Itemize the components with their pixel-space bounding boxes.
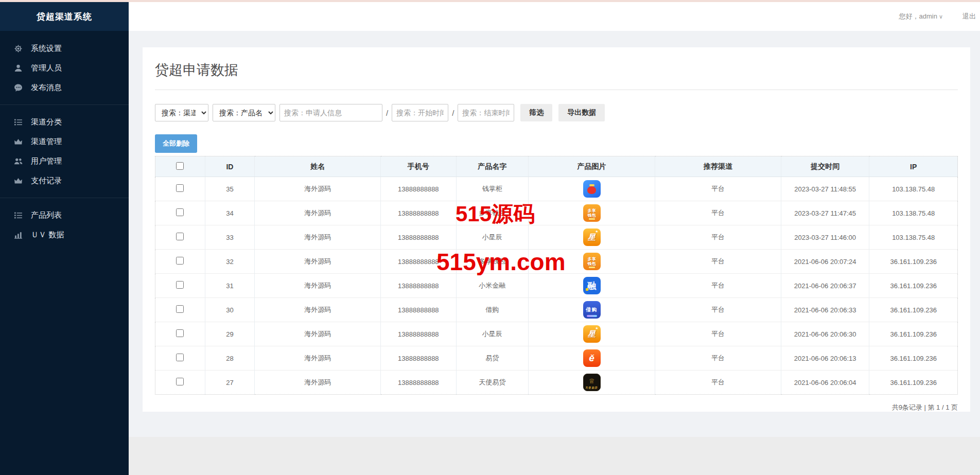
cell-product-image: ♕天使易贷 xyxy=(528,371,655,395)
table-row: 30 海外源码 13888888888 借购 借购 平台 2021-06-06 … xyxy=(155,298,958,322)
logout-link[interactable]: 退出 xyxy=(962,12,976,21)
cell-submit-time: 2021-06-06 20:06:13 xyxy=(781,346,869,371)
delete-all-button[interactable]: 全部删除 xyxy=(155,134,197,153)
row-checkbox[interactable] xyxy=(176,281,184,289)
cell-phone: 13888888888 xyxy=(381,346,457,371)
product-icon: ě xyxy=(583,349,601,367)
cell-product-name: 小星辰 xyxy=(456,322,528,346)
cell-id: 29 xyxy=(205,322,255,346)
slash-separator: / xyxy=(386,109,388,117)
row-checkbox[interactable] xyxy=(176,329,184,337)
cell-ip: 36.161.109.236 xyxy=(869,274,958,298)
cell-name: 海外源码 xyxy=(255,322,381,346)
product-icon: 融 xyxy=(583,277,601,294)
sidebar-item-payment-records[interactable]: 支付记录 xyxy=(0,171,129,190)
brand-title: 贷超渠道系统 xyxy=(0,2,129,31)
chevron-down-icon: ∨ xyxy=(939,13,943,20)
applicant-search-input[interactable] xyxy=(279,104,382,121)
cell-product-image: 多享钱包 xyxy=(528,250,655,274)
cell-id: 30 xyxy=(205,298,255,322)
sidebar-item-admins[interactable]: 管理人员 xyxy=(0,58,129,78)
cell-phone: 13888888888 xyxy=(381,371,457,395)
sidebar-item-label: 渠道管理 xyxy=(31,137,62,147)
sidebar-item-label: 支付记录 xyxy=(31,176,62,186)
table-row: 32 海外源码 13888888888 多享钱包 多享钱包 平台 2021-06… xyxy=(155,250,958,274)
table-row: 33 海外源码 13888888888 小星辰 星 平台 2023-03-27 … xyxy=(155,225,958,250)
cell-product-name: 小米金融 xyxy=(456,274,528,298)
table-row: 27 海外源码 13888888888 天使易贷 ♕天使易贷 平台 2021-0… xyxy=(155,371,958,395)
channel-filter-select[interactable]: 搜索：渠道商 xyxy=(155,104,208,121)
cell-product-name: 小星辰 xyxy=(456,225,528,250)
cell-name: 海外源码 xyxy=(255,346,381,371)
filter-button[interactable]: 筛选 xyxy=(520,104,552,121)
row-checkbox[interactable] xyxy=(176,305,184,313)
row-checkbox[interactable] xyxy=(176,184,184,192)
product-icon: 星 xyxy=(583,228,601,246)
cell-checkbox xyxy=(155,250,205,274)
sidebar-divider xyxy=(0,198,129,198)
greeting-text: 您好，admin xyxy=(899,12,937,20)
cell-checkbox xyxy=(155,274,205,298)
cell-phone: 13888888888 xyxy=(381,250,457,274)
header-product-name: 产品名字 xyxy=(456,156,528,177)
export-data-button[interactable]: 导出数据 xyxy=(558,104,605,121)
header-checkbox-cell xyxy=(155,156,205,177)
select-all-checkbox[interactable] xyxy=(176,162,184,170)
table-row: 34 海外源码 13888888888 多享钱包 多享钱包 平台 2023-03… xyxy=(155,201,958,225)
header-id: ID xyxy=(205,156,255,177)
start-time-input[interactable] xyxy=(392,104,448,121)
cell-phone: 13888888888 xyxy=(381,322,457,346)
comment-icon xyxy=(14,83,23,92)
row-checkbox[interactable] xyxy=(176,354,184,361)
header-name: 姓名 xyxy=(255,156,381,177)
product-icon: 借购 xyxy=(583,301,601,319)
sidebar-item-user-management[interactable]: 用户管理 xyxy=(0,151,129,171)
sidebar-item-channel-management[interactable]: 渠道管理 xyxy=(0,132,129,151)
row-checkbox[interactable] xyxy=(176,378,184,385)
sidebar-item-uv-data[interactable]: ＵＶ 数据 xyxy=(0,225,129,244)
sidebar-menu: 系统设置 管理人员 发布消息 渠道分类 xyxy=(0,31,129,244)
row-checkbox[interactable] xyxy=(176,233,184,240)
cell-id: 35 xyxy=(205,177,255,201)
cell-product-name: 易贷 xyxy=(456,346,528,371)
sidebar-item-channel-category[interactable]: 渠道分类 xyxy=(0,112,129,132)
cell-referral-channel: 平台 xyxy=(655,346,781,371)
cell-submit-time: 2021-06-06 20:06:30 xyxy=(781,322,869,346)
user-icon xyxy=(14,64,23,73)
table-row: 29 海外源码 13888888888 小星辰 星 平台 2021-06-06 … xyxy=(155,322,958,346)
sidebar-item-product-list[interactable]: 产品列表 xyxy=(0,205,129,225)
end-time-input[interactable] xyxy=(458,104,514,121)
crown-icon xyxy=(14,137,23,146)
cell-phone: 13888888888 xyxy=(381,201,457,225)
cell-product-image: 多享钱包 xyxy=(528,201,655,225)
cell-name: 海外源码 xyxy=(255,298,381,322)
cell-product-image: 星 xyxy=(528,225,655,250)
sidebar-item-publish-message[interactable]: 发布消息 xyxy=(0,78,129,97)
cell-phone: 13888888888 xyxy=(381,274,457,298)
cell-referral-channel: 平台 xyxy=(655,371,781,395)
cell-referral-channel: 平台 xyxy=(655,250,781,274)
product-icon xyxy=(583,180,601,198)
cell-submit-time: 2021-06-06 20:06:37 xyxy=(781,274,869,298)
title-divider xyxy=(155,90,958,90)
product-icon: 星 xyxy=(583,325,601,343)
row-checkbox[interactable] xyxy=(176,208,184,216)
cell-product-image: 融 xyxy=(528,274,655,298)
cell-checkbox xyxy=(155,201,205,225)
cell-submit-time: 2021-06-06 20:07:24 xyxy=(781,250,869,274)
sidebar-item-label: 管理人员 xyxy=(31,63,62,73)
cell-referral-channel: 平台 xyxy=(655,322,781,346)
cell-product-image: ě xyxy=(528,346,655,371)
sidebar-item-system-settings[interactable]: 系统设置 xyxy=(0,39,129,58)
header-ip: IP xyxy=(869,156,958,177)
cell-id: 32 xyxy=(205,250,255,274)
pagination-summary: 共9条记录 | 第 1 / 1 页 xyxy=(155,403,958,412)
filter-bar: 搜索：渠道商 搜索：产品名称 / / 筛选 导出数据 xyxy=(155,103,958,122)
cell-product-image: 借购 xyxy=(528,298,655,322)
product-filter-select[interactable]: 搜索：产品名称 xyxy=(213,104,275,121)
cell-name: 海外源码 xyxy=(255,201,381,225)
table-row: 35 海外源码 13888888888 钱掌柜 平台 2023-03-27 11… xyxy=(155,177,958,201)
cell-id: 27 xyxy=(205,371,255,395)
row-checkbox[interactable] xyxy=(176,257,184,265)
user-dropdown[interactable]: 您好，admin∨ xyxy=(899,12,943,21)
